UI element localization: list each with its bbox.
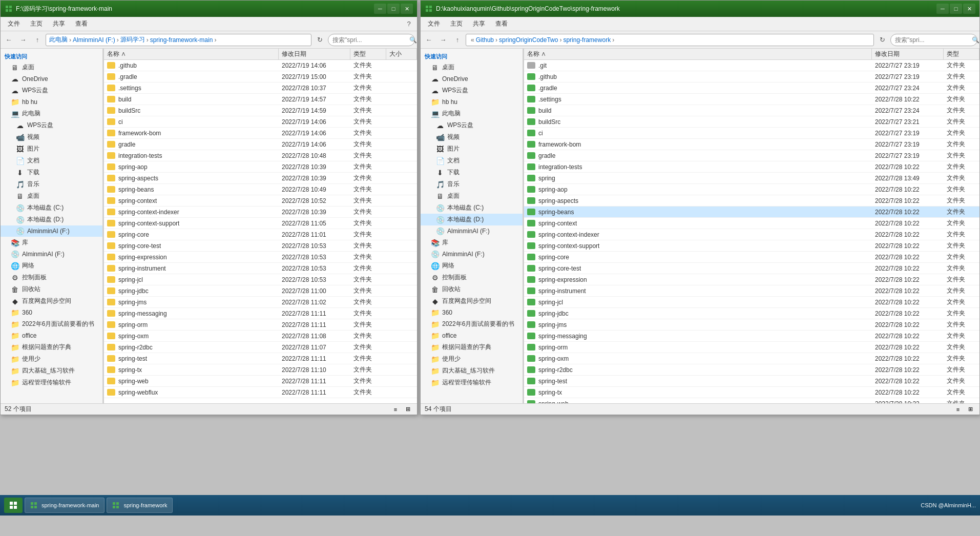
left-search-bar[interactable]: 🔍	[328, 34, 415, 46]
right-col-name[interactable]: 名称 ∧	[524, 49, 872, 59]
left-sidebar-cdisk[interactable]: 💿本地磁盘 (C:)	[1, 202, 102, 214]
left-sidebar-computer[interactable]: 💻此电脑	[1, 108, 102, 119]
table-row[interactable]: spring-jcl 2022/7/28 10:22 文件夹	[524, 297, 979, 308]
left-sidebar-office[interactable]: 📁office	[1, 330, 102, 341]
table-row[interactable]: spring-instrument 2022/7/28 10:22 文件夹	[524, 285, 979, 297]
table-row[interactable]: gradle 2022/7/19 14:06 文件夹	[104, 139, 417, 150]
left-search-input[interactable]	[332, 36, 409, 44]
left-up-btn[interactable]: ↑	[31, 34, 44, 46]
left-col-type[interactable]: 类型	[350, 49, 386, 59]
table-row[interactable]: buildSrc 2022/7/19 14:59 文件夹	[104, 105, 417, 116]
left-menu-view[interactable]: 查看	[70, 17, 93, 30]
right-maximize-btn[interactable]: □	[950, 4, 962, 14]
table-row[interactable]: ci 2022/7/27 23:19 文件夹	[524, 128, 979, 139]
right-sidebar-ddisk[interactable]: 💿本地磁盘 (D:)	[421, 214, 523, 225]
right-sidebar-cdisk[interactable]: 💿本地磁盘 (C:)	[421, 202, 523, 214]
right-sidebar-360[interactable]: 📁360	[421, 307, 523, 318]
table-row[interactable]: spring-test 2022/7/28 10:22 文件夹	[524, 376, 979, 387]
table-row[interactable]: spring-aop 2022/7/28 10:22 文件夹	[524, 184, 979, 195]
right-sidebar-dict[interactable]: 📁根据问题查的字典	[421, 341, 523, 353]
table-row[interactable]: integration-tests 2022/7/28 10:48 文件夹	[104, 150, 417, 161]
right-sidebar-2022[interactable]: 📁2022年6月面试前要看的书	[421, 318, 523, 330]
table-row[interactable]: spring-beans 2022/7/28 10:49 文件夹	[104, 184, 417, 195]
right-sidebar-pictures[interactable]: 🖼图片	[421, 143, 523, 155]
table-row[interactable]: build 2022/7/19 14:57 文件夹	[104, 94, 417, 105]
left-minimize-btn[interactable]: ─	[374, 4, 386, 14]
table-row[interactable]: spring-context-support 2022/7/28 10:22 文…	[524, 240, 979, 252]
left-sidebar-alminf[interactable]: 💿AlminminAI (F:)	[1, 249, 102, 260]
right-menu-share[interactable]: 共享	[468, 17, 490, 30]
table-row[interactable]: ci 2022/7/19 14:06 文件夹	[104, 116, 417, 128]
table-row[interactable]: spring-aspects 2022/7/28 10:22 文件夹	[524, 195, 979, 207]
left-sidebar-ddisk[interactable]: 💿本地磁盘 (D:)	[1, 214, 102, 225]
left-sidebar-wpsdisk[interactable]: ☁WPS云盘	[1, 85, 102, 96]
table-row[interactable]: .gradle 2022/7/27 23:24 文件夹	[524, 83, 979, 94]
right-sidebar-computer[interactable]: 💻此电脑	[421, 108, 523, 119]
table-row[interactable]: spring-context-support 2022/7/28 11:05 文…	[104, 218, 417, 229]
table-row[interactable]: spring-tx 2022/7/28 11:10 文件夹	[104, 364, 417, 376]
right-sidebar-fdisk[interactable]: 💿AlminminAI (F:)	[421, 225, 523, 237]
table-row[interactable]: .git 2022/7/27 23:19 文件夹	[524, 60, 979, 71]
table-row[interactable]: .settings 2022/7/28 10:37 文件夹	[104, 83, 417, 94]
right-search-input[interactable]	[895, 36, 972, 44]
table-row[interactable]: .settings 2022/7/28 10:22 文件夹	[524, 94, 979, 105]
right-up-btn[interactable]: ↑	[451, 34, 464, 46]
table-row[interactable]: spring-r2dbc 2022/7/28 11:07 文件夹	[104, 342, 417, 353]
left-sidebar-360[interactable]: 📁360	[1, 307, 102, 318]
left-bc-computer[interactable]: 此电脑	[49, 35, 68, 44]
left-bc-drive[interactable]: AlminminAI (F:)	[73, 36, 115, 44]
right-sidebar-hbhu[interactable]: 📁hb hu	[421, 96, 523, 108]
table-row[interactable]: spring-core 2022/7/28 10:22 文件夹	[524, 252, 979, 263]
left-menu-file[interactable]: 文件	[3, 17, 25, 30]
left-refresh-btn[interactable]: ↻	[314, 34, 326, 46]
left-forward-btn[interactable]: →	[17, 34, 29, 46]
table-row[interactable]: framework-bom 2022/7/27 23:19 文件夹	[524, 139, 979, 150]
right-search-bar[interactable]: 🔍	[890, 34, 977, 46]
right-sidebar-network[interactable]: 🌐网络	[421, 260, 523, 272]
table-row[interactable]: spring-expression 2022/7/28 10:53 文件夹	[104, 252, 417, 263]
left-help-btn[interactable]: ?	[403, 18, 415, 30]
table-row[interactable]: spring-webflux 2022/7/28 11:11 文件夹	[104, 387, 417, 398]
table-row[interactable]: buildSrc 2022/7/27 23:21 文件夹	[524, 116, 979, 128]
right-sidebar-downloads[interactable]: ⬇下载	[421, 167, 523, 178]
table-row[interactable]: spring-aop 2022/7/28 10:39 文件夹	[104, 161, 417, 173]
table-row[interactable]: spring-context-indexer 2022/7/28 10:39 文…	[104, 207, 417, 218]
left-sidebar-hbhu[interactable]: 📁hb hu	[1, 96, 102, 108]
left-sidebar-remote[interactable]: 📁远程管理传输软件	[1, 377, 102, 388]
left-sidebar-control[interactable]: ⚙控制面板	[1, 272, 102, 283]
table-row[interactable]: spring-context-indexer 2022/7/28 10:22 文…	[524, 229, 979, 240]
table-row[interactable]: .github 2022/7/19 14:06 文件夹	[104, 60, 417, 71]
table-row[interactable]: spring-web 2022/7/28 11:11 文件夹	[104, 376, 417, 387]
left-menu-home[interactable]: 主页	[25, 17, 48, 30]
table-row[interactable]: spring-core 2022/7/28 11:01 文件夹	[104, 229, 417, 240]
table-row[interactable]: spring-oxm 2022/7/28 10:22 文件夹	[524, 353, 979, 364]
left-sidebar-video[interactable]: 📹视频	[1, 131, 102, 143]
left-col-name[interactable]: 名称 ∧	[104, 49, 279, 59]
table-row[interactable]: spring-beans 2022/7/28 10:22 文件夹	[524, 207, 979, 218]
left-sidebar-wpsdisk2[interactable]: ☁WPS云盘	[1, 119, 102, 131]
right-sidebar-office[interactable]: 📁office	[421, 330, 523, 341]
right-bc-github[interactable]: Github	[476, 36, 494, 44]
table-row[interactable]: spring-instrument 2022/7/28 10:53 文件夹	[104, 263, 417, 274]
right-close-btn[interactable]: ✕	[963, 4, 975, 14]
right-sidebar-wpsdisk2[interactable]: ☁WPS云盘	[421, 119, 523, 131]
table-row[interactable]: spring-messaging 2022/7/28 10:22 文件夹	[524, 331, 979, 342]
left-bc-folder[interactable]: 源码学习	[120, 35, 145, 44]
left-bc-current[interactable]: spring-framework-main	[150, 36, 213, 44]
table-row[interactable]: framework-bom 2022/7/19 14:06 文件夹	[104, 128, 417, 139]
right-refresh-btn[interactable]: ↻	[876, 34, 888, 46]
right-forward-btn[interactable]: →	[437, 34, 449, 46]
right-col-type[interactable]: 类型	[944, 49, 979, 59]
left-sidebar-desktop2[interactable]: 🖥桌面	[1, 190, 102, 202]
table-row[interactable]: spring-jms 2022/7/28 11:02 文件夹	[104, 297, 417, 308]
right-sidebar-baidu[interactable]: ◆百度网盘同步空间	[421, 295, 523, 307]
right-menu-home[interactable]: 主页	[445, 17, 468, 30]
table-row[interactable]: integration-tests 2022/7/28 10:22 文件夹	[524, 161, 979, 173]
right-sidebar-documents[interactable]: 📄文档	[421, 155, 523, 167]
right-sidebar-wpsdisk[interactable]: ☁WPS云盘	[421, 85, 523, 96]
right-sidebar-control[interactable]: ⚙控制面板	[421, 272, 523, 283]
taskbar-explorer1[interactable]: spring-framework-main	[25, 498, 105, 513]
right-sidebar-onedrive[interactable]: ☁OneDrive	[421, 73, 523, 85]
right-menu-view[interactable]: 查看	[490, 17, 513, 30]
table-row[interactable]: spring-jdbc 2022/7/28 11:00 文件夹	[104, 285, 417, 297]
